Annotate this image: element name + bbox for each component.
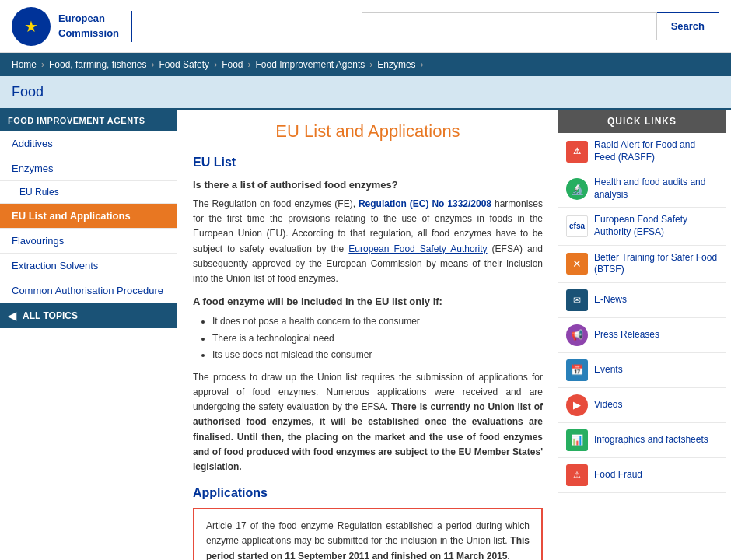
header: ★ European Commission Search bbox=[0, 0, 731, 53]
sidebar-item-eu-rules[interactable]: EU Rules bbox=[0, 181, 177, 204]
quick-link-videos-label: Videos bbox=[594, 399, 622, 411]
eu-list-para1: The Regulation on food enzymes (FE), Reg… bbox=[193, 197, 543, 286]
sidebar: FOOD IMPROVEMENT AGENTS Additives Enzyme… bbox=[0, 110, 177, 560]
quick-link-fraud[interactable]: ⚠ Food Fraud bbox=[558, 458, 726, 493]
all-topics-button[interactable]: ◀ ALL TOPICS bbox=[0, 303, 177, 328]
quick-link-infographics[interactable]: 📊 Infographics and factsheets bbox=[558, 423, 726, 458]
eu-flag-icon: ★ bbox=[12, 7, 51, 46]
eu-list-para2: The process to draw up the Union list re… bbox=[193, 370, 543, 474]
all-topics-arrow-icon: ◀ bbox=[8, 310, 16, 322]
content-title: EU List and Applications bbox=[193, 121, 543, 142]
quick-link-efsa[interactable]: efsa European Food Safety Authority (EFS… bbox=[558, 208, 726, 245]
breadcrumb-sep-3: › bbox=[214, 59, 217, 70]
efsa-link[interactable]: European Food Safety Authority bbox=[348, 243, 487, 254]
breadcrumb-sep-4: › bbox=[247, 59, 250, 70]
criteria-list: It does not pose a health concern to the… bbox=[212, 313, 543, 364]
breadcrumb-sep-2: › bbox=[151, 59, 154, 70]
main-content: EU List and Applications EU List Is ther… bbox=[177, 110, 558, 560]
breadcrumb-food-improvement[interactable]: Food Improvement Agents bbox=[255, 59, 365, 70]
fraud-icon: ⚠ bbox=[566, 464, 588, 486]
alert-icon: ⚠ bbox=[566, 141, 588, 163]
quick-link-videos[interactable]: ▶ Videos bbox=[558, 388, 726, 423]
right-sidebar: QUICK LINKS ⚠ Rapid Alert for Food and F… bbox=[558, 110, 726, 560]
breadcrumb-food[interactable]: Food bbox=[222, 59, 243, 70]
quick-link-press[interactable]: 📢 Press Releases bbox=[558, 318, 726, 353]
quick-link-fraud-label: Food Fraud bbox=[594, 469, 642, 481]
main-layout: FOOD IMPROVEMENT AGENTS Additives Enzyme… bbox=[0, 110, 731, 560]
criteria-heading: A food enzyme will be included in the EU… bbox=[193, 296, 543, 307]
regulation-link[interactable]: Regulation (EC) No 1332/2008 bbox=[359, 198, 491, 209]
quick-link-rasff[interactable]: ⚠ Rapid Alert for Food and Feed (RASFF) bbox=[558, 133, 726, 170]
breadcrumb-sep-6: › bbox=[421, 59, 424, 70]
criteria-item-3: Its use does not mislead the consumer bbox=[212, 347, 543, 364]
breadcrumb-sep-1: › bbox=[41, 59, 44, 70]
logo-divider bbox=[131, 11, 132, 42]
sidebar-item-common-auth[interactable]: Common Authorisation Procedure bbox=[0, 278, 177, 303]
quick-link-efsa-label: European Food Safety Authority (EFSA) bbox=[594, 214, 718, 238]
quick-link-rasff-label: Rapid Alert for Food and Feed (RASFF) bbox=[594, 139, 718, 163]
criteria-item-1: It does not pose a health concern to the… bbox=[212, 313, 543, 331]
commission-name: European Commission bbox=[58, 12, 119, 40]
commission-text-block: European Commission bbox=[58, 12, 119, 40]
breadcrumb-enzymes: Enzymes bbox=[377, 59, 415, 70]
quick-link-events[interactable]: 📅 Events bbox=[558, 353, 726, 388]
sidebar-section-header: FOOD IMPROVEMENT AGENTS bbox=[0, 110, 177, 131]
health-icon: 🔬 bbox=[566, 178, 588, 200]
sidebar-item-additives[interactable]: Additives bbox=[0, 131, 177, 156]
quick-links-header: QUICK LINKS bbox=[558, 110, 726, 133]
search-area: Search bbox=[362, 12, 719, 40]
highlighted-applications-box: Article 17 of the food enzyme Regulation… bbox=[193, 508, 543, 560]
quick-link-events-label: Events bbox=[594, 364, 623, 376]
search-button[interactable]: Search bbox=[657, 12, 719, 40]
events-icon: 📅 bbox=[566, 359, 588, 381]
breadcrumb-food-safety[interactable]: Food Safety bbox=[159, 59, 209, 70]
page-title: Food bbox=[12, 84, 719, 100]
quick-link-btsf-label: Better Training for Safer Food (BTSF) bbox=[594, 252, 718, 276]
training-icon: ✕ bbox=[566, 253, 588, 275]
eu-list-heading: EU List bbox=[193, 156, 543, 170]
applications-para1: Article 17 of the food enzyme Regulation… bbox=[206, 519, 530, 560]
sidebar-item-eu-list[interactable]: EU List and Applications bbox=[0, 204, 177, 229]
breadcrumb: Home › Food, farming, fisheries › Food S… bbox=[0, 53, 731, 76]
quick-link-press-label: Press Releases bbox=[594, 329, 659, 341]
search-input[interactable] bbox=[362, 12, 657, 40]
sidebar-item-enzymes[interactable]: Enzymes bbox=[0, 156, 177, 181]
breadcrumb-food-farming[interactable]: Food, farming, fisheries bbox=[49, 59, 146, 70]
sidebar-item-extraction[interactable]: Extraction Solvents bbox=[0, 254, 177, 278]
eu-list-question: Is there a list of authorised food enzym… bbox=[193, 179, 543, 191]
quick-link-enews-label: E-News bbox=[594, 294, 627, 306]
press-icon: 📢 bbox=[566, 324, 588, 346]
sidebar-nav: Additives Enzymes EU Rules EU List and A… bbox=[0, 131, 177, 303]
breadcrumb-home[interactable]: Home bbox=[12, 59, 37, 70]
infographics-icon: 📊 bbox=[566, 429, 588, 451]
quick-link-health-label: Health and food audits and analysis bbox=[594, 177, 718, 201]
quick-link-enews[interactable]: ✉ E-News bbox=[558, 283, 726, 318]
breadcrumb-sep-5: › bbox=[369, 59, 372, 70]
criteria-item-2: There is a technological need bbox=[212, 331, 543, 348]
enews-icon: ✉ bbox=[566, 289, 588, 311]
quick-link-health[interactable]: 🔬 Health and food audits and analysis bbox=[558, 170, 726, 208]
quick-link-infographics-label: Infographics and factsheets bbox=[594, 434, 708, 446]
sidebar-item-flavourings[interactable]: Flavourings bbox=[0, 229, 177, 254]
quick-link-btsf[interactable]: ✕ Better Training for Safer Food (BTSF) bbox=[558, 246, 726, 283]
videos-icon: ▶ bbox=[566, 394, 588, 416]
page-title-bar: Food bbox=[0, 76, 731, 110]
logo-area: ★ European Commission bbox=[12, 7, 132, 46]
applications-heading: Applications bbox=[193, 486, 543, 500]
efsa-icon: efsa bbox=[566, 215, 588, 237]
applications-section: Applications Article 17 of the food enzy… bbox=[193, 486, 543, 560]
all-topics-label: ALL TOPICS bbox=[23, 310, 78, 321]
